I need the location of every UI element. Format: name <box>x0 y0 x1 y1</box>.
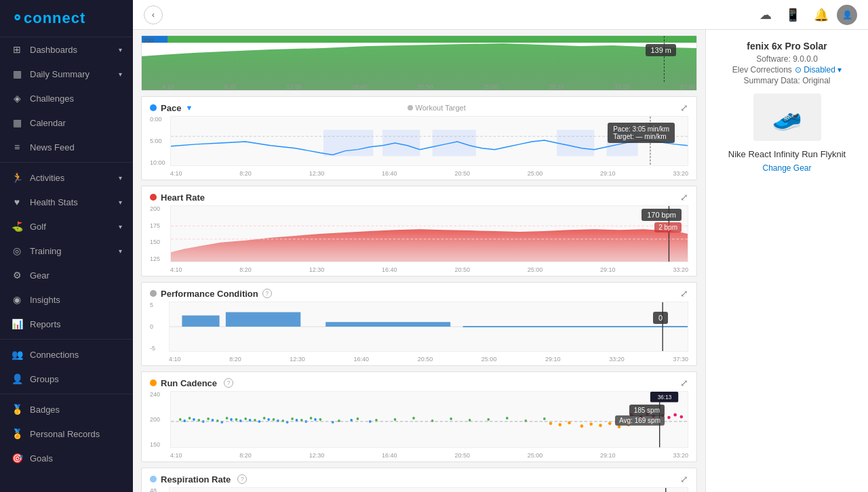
svg-point-66 <box>350 419 353 422</box>
device-name: fenix 6x Pro Solar <box>717 41 857 52</box>
personal-records-icon: 🏅 <box>11 428 23 439</box>
sidebar-label-health-stats: Health Stats <box>30 197 78 207</box>
elevation-tooltip: 139 m <box>646 44 676 56</box>
svg-point-22 <box>179 418 182 421</box>
sidebar-item-daily-summary[interactable]: ▦ Daily Summary ▾ <box>0 62 133 86</box>
sidebar-label-gear: Gear <box>30 270 50 281</box>
svg-point-31 <box>263 417 266 419</box>
svg-point-25 <box>207 417 210 420</box>
sidebar-item-groups[interactable]: 👤 Groups <box>0 367 133 391</box>
cadence-help-icon[interactable]: ? <box>224 378 233 388</box>
content-area: 200 139 m 4:108:2012:3016:4020:5025:0029… <box>133 30 868 492</box>
sidebar-label-goals: Goals <box>30 453 53 464</box>
cadence-tooltip-avg: Avg: 169 spm <box>615 415 665 426</box>
hr-expand-button[interactable]: ⤢ <box>680 192 688 203</box>
hr-tooltip-sub: 2 bpm <box>654 222 682 232</box>
pace-dropdown[interactable]: ▼ <box>185 104 193 112</box>
workout-target-label: Workout Target <box>408 104 466 112</box>
app-logo: ⚬connect <box>0 0 133 37</box>
svg-point-24 <box>197 419 200 422</box>
resp-expand-button[interactable]: ⤢ <box>680 474 688 485</box>
perf-x-labels: 4:108:2012:3016:4020:5025:0029:1033:2037… <box>169 356 688 363</box>
resp-chart-inner <box>169 487 688 492</box>
svg-rect-1 <box>142 36 696 43</box>
avatar[interactable]: 👤 <box>837 5 857 25</box>
svg-point-49 <box>543 417 546 420</box>
pace-tooltip: Pace: 3:05 min/km Target: — min/km <box>608 123 675 143</box>
hr-title: Heart Rate <box>161 192 205 203</box>
perf-help-icon[interactable]: ? <box>262 289 272 298</box>
sidebar-item-dashboards[interactable]: ⊞ Dashboards ▾ <box>0 37 133 62</box>
daily-summary-icon: ▦ <box>11 68 23 79</box>
elev-corrections-link[interactable]: ⊙ Disabled ▾ <box>795 65 842 75</box>
sidebar-item-golf[interactable]: ⛳ Golf ▾ <box>0 214 133 239</box>
sidebar-item-personal-records[interactable]: 🏅 Personal Records <box>0 422 133 446</box>
sidebar-item-badges[interactable]: 🥇 Badges <box>0 397 133 422</box>
device-software: Software: 9.0.0.0 <box>717 54 857 64</box>
resp-title: Respiration Rate <box>161 474 231 485</box>
elevation-chart <box>142 36 696 90</box>
pace-header: Pace ▼ Workout Target ⤢ <box>142 97 696 116</box>
back-button[interactable]: ‹ <box>144 5 163 24</box>
sidebar-item-activities[interactable]: 🏃 Activities ▾ <box>0 165 133 190</box>
cadence-dot <box>150 380 157 386</box>
connections-icon: 👥 <box>11 349 23 360</box>
svg-point-36 <box>310 417 313 419</box>
cloud-upload-icon[interactable]: ☁ <box>760 7 772 22</box>
chevron-icon: ▾ <box>119 199 122 206</box>
svg-point-32 <box>273 418 275 421</box>
resp-y-labels: 48 36 24 12 <box>150 487 169 492</box>
sidebar-item-health-stats[interactable]: ♥ Health Stats ▾ <box>0 190 133 214</box>
perf-expand-button[interactable]: ⤢ <box>680 288 688 299</box>
groups-icon: 👤 <box>11 373 23 384</box>
sidebar-item-gear[interactable]: ⚙ Gear <box>0 263 133 287</box>
elev-corrections: Elev Corrections ⊙ Disabled ▾ <box>717 65 857 75</box>
phone-icon[interactable]: 📱 <box>785 7 800 22</box>
badges-icon: 🥇 <box>11 404 23 415</box>
svg-point-55 <box>230 418 233 421</box>
cadence-chart-inner: 36:13 <box>170 391 688 448</box>
svg-point-59 <box>267 418 270 421</box>
heart-rate-section: Heart Rate ⤢ 200 175 150 125 <box>141 186 697 276</box>
sidebar-label-badges: Badges <box>30 405 60 415</box>
cadence-expand-button[interactable]: ⤢ <box>680 377 688 388</box>
right-panel: fenix 6x Pro Solar Software: 9.0.0.0 Ele… <box>705 30 868 492</box>
elev-x-labels: 4:108:2012:3016:4020:5025:0029:1033:2037… <box>161 83 696 90</box>
svg-point-72 <box>589 422 593 426</box>
bell-icon[interactable]: 🔔 <box>814 7 829 22</box>
sidebar-label-training: Training <box>30 246 61 256</box>
svg-point-44 <box>450 417 452 420</box>
sidebar-item-news-feed[interactable]: ≡ News Feed <box>0 135 133 159</box>
resp-chart-area: 48 36 24 12 <box>150 487 688 492</box>
chevron-icon: ▾ <box>119 174 122 182</box>
respiration-section: Respiration Rate ? ⤢ 48 36 24 12 <box>141 468 697 492</box>
sidebar-item-challenges[interactable]: ◈ Challenges <box>0 86 133 110</box>
svg-point-34 <box>291 417 294 420</box>
svg-point-71 <box>580 424 584 428</box>
sidebar-item-goals[interactable]: 🎯 Goals <box>0 446 133 470</box>
sidebar-item-connections[interactable]: 👥 Connections <box>0 342 133 367</box>
pace-y-labels: 0:00 5:00 10:00 <box>150 116 170 166</box>
svg-point-62 <box>296 419 298 422</box>
svg-point-51 <box>193 418 195 421</box>
svg-rect-8 <box>557 129 594 156</box>
svg-point-41 <box>394 418 397 421</box>
sidebar-item-reports[interactable]: 📊 Reports <box>0 312 133 336</box>
sidebar-item-calendar[interactable]: ▦ Calendar <box>0 110 133 135</box>
chevron-icon: ▾ <box>119 70 122 78</box>
resp-help-icon[interactable]: ? <box>237 474 247 484</box>
sidebar-item-insights[interactable]: ◉ Insights <box>0 287 133 312</box>
change-gear-link[interactable]: Change Gear <box>717 163 857 173</box>
pace-expand-button[interactable]: ⤢ <box>680 102 688 113</box>
perf-header: Performance Condition ? ⤢ <box>142 283 696 302</box>
pace-x-labels: 4:108:2012:3016:4020:5025:0029:1033:20 <box>170 170 688 177</box>
hr-y-labels: 200 175 150 125 <box>150 205 170 262</box>
shoe-name: Nike React Infinity Run Flyknit <box>717 149 857 159</box>
training-icon: ◎ <box>11 245 23 256</box>
calendar-icon: ▦ <box>11 117 23 128</box>
hr-header: Heart Rate ⤢ <box>142 186 696 205</box>
sidebar-label-reports: Reports <box>30 319 61 329</box>
svg-point-35 <box>300 419 303 422</box>
svg-point-47 <box>506 417 509 419</box>
sidebar-item-training[interactable]: ◎ Training ▾ <box>0 239 133 263</box>
